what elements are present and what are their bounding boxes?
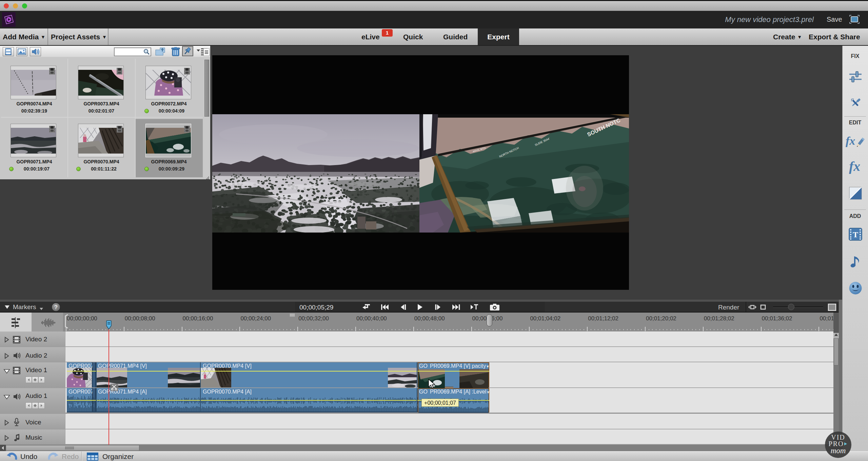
svg-text:T: T: [853, 230, 858, 239]
